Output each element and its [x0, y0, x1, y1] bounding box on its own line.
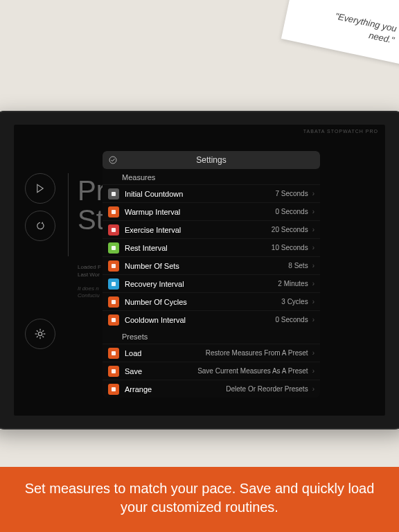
row-value: 10 Seconds	[168, 244, 310, 251]
quote-author: Confuciu	[78, 292, 100, 299]
background-meta: Loaded F Last Wor	[78, 263, 101, 278]
row-value: Save Current Measures As A Preset	[142, 367, 310, 375]
row-icon	[108, 260, 119, 272]
measure-row[interactable]: Number Of Sets8 Sets›	[103, 256, 320, 274]
svg-line-5	[37, 330, 38, 332]
measure-row[interactable]: Rest Interval10 Seconds›	[103, 238, 320, 256]
svg-rect-12	[112, 228, 116, 232]
row-label: Warmup Interval	[125, 208, 180, 216]
section-header-measures: Measures	[103, 169, 320, 184]
row-label: Arrange	[125, 385, 152, 393]
chevron-right-icon: ›	[312, 367, 314, 375]
corner-quote-card: "Everything you need."	[281, 0, 399, 71]
svg-rect-19	[112, 369, 116, 373]
chevron-right-icon: ›	[312, 385, 314, 393]
svg-rect-18	[112, 351, 116, 355]
row-value: 0 Seconds	[180, 208, 309, 215]
row-value: 3 Cycles	[187, 298, 310, 305]
meta-line: Loaded F	[78, 263, 101, 271]
svg-rect-20	[112, 387, 116, 391]
left-controls	[25, 173, 73, 248]
play-button[interactable]	[25, 173, 55, 204]
gear-icon	[35, 328, 46, 339]
row-label: Exercise Interval	[125, 226, 181, 234]
chevron-right-icon: ›	[312, 280, 314, 287]
row-value: 0 Seconds	[186, 316, 310, 323]
row-value: 20 Seconds	[181, 226, 309, 233]
measure-row[interactable]: Recovery Interval2 Minutes›	[103, 274, 320, 292]
chevron-right-icon: ›	[312, 262, 314, 269]
tablet-frame: TABATA STOPWATCH PRO Pr St Loaded F Last…	[0, 111, 399, 429]
row-label: Rest Interval	[125, 244, 168, 252]
chevron-right-icon: ›	[312, 316, 314, 323]
settings-button[interactable]	[25, 319, 55, 349]
preset-row[interactable]: ArrangeDelete Or Reorder Presets›	[103, 380, 320, 398]
row-label: Number Of Sets	[125, 262, 179, 270]
row-icon	[108, 188, 119, 200]
chevron-right-icon: ›	[312, 208, 314, 215]
chevron-right-icon: ›	[312, 190, 314, 197]
corner-quote-text: "Everything you need."	[312, 7, 398, 47]
row-icon	[108, 278, 119, 290]
section-header-presets: Presets	[103, 328, 320, 344]
measure-row[interactable]: Initial Countdown7 Seconds›	[103, 184, 320, 202]
svg-rect-17	[112, 318, 116, 322]
preset-row[interactable]: LoadRestore Measures From A Preset›	[103, 344, 320, 362]
row-label: Load	[125, 349, 141, 357]
svg-rect-13	[112, 246, 116, 250]
reset-button[interactable]	[25, 211, 55, 241]
svg-rect-10	[112, 192, 116, 196]
app-title: TABATA STOPWATCH PRO	[303, 129, 378, 134]
row-icon	[108, 242, 119, 254]
svg-rect-15	[112, 282, 116, 286]
measure-row[interactable]: Exercise Interval20 Seconds›	[103, 220, 320, 238]
svg-rect-14	[112, 264, 116, 268]
svg-rect-11	[112, 210, 116, 214]
device-screen: TABATA STOPWATCH PRO Pr St Loaded F Last…	[14, 125, 385, 416]
row-label: Save	[125, 367, 142, 375]
row-icon	[108, 348, 119, 359]
chevron-right-icon: ›	[312, 244, 314, 251]
settings-panel: Settings Measures Initial Countdown7 Sec…	[103, 151, 320, 398]
svg-point-0	[38, 332, 42, 335]
row-label: Recovery Interval	[125, 280, 184, 288]
panel-title: Settings	[103, 155, 320, 165]
svg-rect-16	[112, 300, 116, 304]
row-value: 7 Seconds	[183, 190, 309, 197]
panel-header: Settings	[103, 151, 320, 169]
preset-row[interactable]: SaveSave Current Measures As A Preset›	[103, 362, 320, 380]
row-icon	[108, 206, 119, 218]
marketing-banner: Set measures to match your pace. Save an…	[0, 467, 399, 532]
row-icon	[108, 366, 119, 377]
background-quote: It does n Confuciu	[78, 285, 100, 300]
row-value: Delete Or Reorder Presets	[152, 385, 310, 393]
measure-row[interactable]: Number Of Cycles3 Cycles›	[103, 292, 320, 310]
chevron-right-icon: ›	[312, 298, 314, 305]
measure-row[interactable]: Cooldown Interval0 Seconds›	[103, 310, 320, 328]
play-icon	[35, 184, 45, 193]
quote-line: It does n	[78, 285, 100, 292]
row-label: Cooldown Interval	[125, 316, 186, 324]
svg-line-6	[42, 336, 44, 337]
row-value: 8 Sets	[179, 262, 310, 269]
row-icon	[108, 314, 119, 326]
row-label: Initial Countdown	[125, 190, 183, 198]
vertical-divider	[68, 173, 69, 256]
row-icon	[108, 296, 119, 308]
chevron-right-icon: ›	[312, 349, 314, 357]
row-value: Restore Measures From A Preset	[141, 349, 309, 357]
reset-icon	[35, 221, 45, 231]
svg-line-7	[37, 336, 38, 337]
meta-line: Last Wor	[78, 271, 101, 278]
row-icon	[108, 384, 119, 395]
row-value: 2 Minutes	[184, 280, 310, 287]
row-icon	[108, 224, 119, 236]
row-label: Number Of Cycles	[125, 298, 187, 306]
measures-list: Initial Countdown7 Seconds›Warmup Interv…	[103, 184, 320, 328]
svg-line-8	[42, 330, 44, 332]
chevron-right-icon: ›	[312, 226, 314, 233]
presets-list: LoadRestore Measures From A Preset›SaveS…	[103, 344, 320, 398]
measure-row[interactable]: Warmup Interval0 Seconds›	[103, 202, 320, 220]
background-title: Pr St	[78, 176, 105, 234]
